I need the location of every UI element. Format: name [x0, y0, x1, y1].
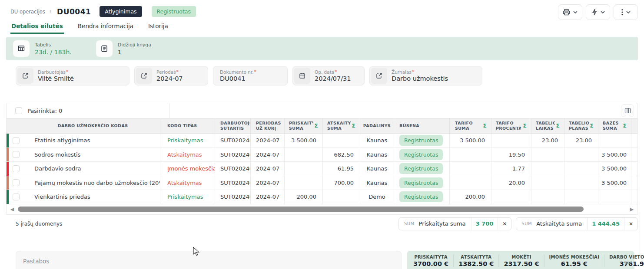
sum-sigma-icon[interactable]: Σ [523, 123, 531, 129]
zurnalas-field[interactable]: Žurnalas* Darbo užmokestis [369, 66, 482, 85]
row-status-badge: Registruotas [399, 177, 443, 188]
row-checkbox[interactable] [13, 137, 20, 144]
status-badge: Registruotas [152, 6, 196, 17]
select-all-checkbox[interactable] [15, 107, 22, 114]
actions-menu-button[interactable] [586, 4, 610, 20]
column-header-tariff_pct[interactable]: TARIFO PROCENTASΣ [491, 118, 531, 133]
column-header-label: PADALINYS [363, 123, 391, 128]
more-menu-button[interactable] [614, 4, 638, 20]
kebab-icon [621, 9, 623, 16]
tabelis-tile[interactable]: Tabelis 23d. / 183h. [13, 40, 72, 57]
cell-tariff_pct: 1.77 [491, 162, 531, 176]
dokumento-nr-field[interactable]: Dokumento nr.* DU0041 [213, 66, 288, 85]
tab-bendra-informacija[interactable]: Bendra informacija [77, 21, 134, 34]
row-checkbox[interactable] [13, 151, 20, 158]
chevron-down-icon [626, 11, 631, 13]
print-menu-button[interactable] [558, 4, 582, 20]
didzioji-knyga-tile[interactable]: Didžioji knyga 1 [96, 40, 151, 57]
sum-sigma-icon[interactable]: Σ [556, 123, 564, 129]
sum-sigma-icon[interactable]: Σ [483, 123, 491, 129]
field-value: Viltė Smiltė [38, 75, 74, 82]
column-header-label: PRISKAITYTA SUMA [289, 121, 313, 131]
field-label: Žurnalas* [392, 69, 448, 75]
table-row[interactable]: Darbdavio sodraĮmonės mokesčiaiSUT020240… [7, 162, 637, 176]
column-header-label: PERIODAS UŽ KURĮ [256, 121, 284, 131]
record-count: 5 įrašų duomenys [16, 221, 62, 227]
darbuotojas-field[interactable]: Darbuotojas* Viltė Smiltė [16, 66, 129, 85]
column-header-accrued[interactable]: PRISKAITYTA SUMAΣ [285, 118, 323, 133]
column-header-department[interactable]: PADALINYS [360, 118, 394, 133]
cell-type: Priskaitymas [160, 190, 215, 204]
column-header-contract[interactable]: DARBUOTOJO SUTARTIS [215, 118, 251, 133]
cell-accrued: 200.00 [285, 190, 323, 204]
table-row[interactable]: Sodros mokestisAtskaitymasSUT0202402024-… [7, 148, 637, 162]
sum-sigma-icon[interactable]: Σ [314, 123, 322, 129]
cell-period: 2024-07 [251, 176, 285, 190]
column-header-deducted[interactable]: ATSKAITYTA SUMAΣ [323, 118, 360, 133]
external-link-icon[interactable] [17, 68, 33, 84]
table-row[interactable]: Vienkartinis priedasPriskaitymasSUT02024… [7, 190, 637, 204]
column-settings-button[interactable] [621, 104, 634, 117]
cell-base_sum: 3 500.00 [598, 162, 631, 176]
column-header-status[interactable]: BŪSENA [394, 118, 450, 133]
column-header-timesheet_plan[interactable]: TABELIO PLANASΣ [564, 118, 598, 133]
close-icon[interactable]: ✕ [624, 218, 637, 230]
external-link-icon[interactable] [136, 68, 152, 84]
cell-base_sum [598, 190, 631, 204]
cell-deducted [323, 134, 360, 148]
tab-detalios-eilutes[interactable]: Detalios eilutės [10, 21, 64, 34]
tab-istorija[interactable]: Istorija [147, 21, 169, 34]
drag-handle-icon[interactable] [625, 259, 631, 267]
scrollbar-track[interactable] [18, 206, 626, 212]
row-checkbox[interactable] [13, 179, 20, 186]
row-checkbox[interactable] [13, 165, 20, 172]
cell-deducted: 700.00 [323, 176, 360, 190]
column-header-spacer[interactable] [631, 118, 638, 133]
calendar-icon[interactable] [294, 68, 310, 84]
sum-sigma-icon[interactable]: Σ [590, 123, 598, 129]
periodas-field[interactable]: Periodas* 2024-07 [134, 66, 208, 85]
pastabos-input[interactable] [16, 251, 402, 269]
op-data-field[interactable]: Op. data* 2024/07/31 [292, 66, 365, 85]
ledger-icon [96, 40, 113, 57]
cell-timesheet_plan [564, 190, 598, 204]
cell-timesheet_plan: 23.00 [564, 134, 598, 148]
cell-type: Įmonės mokesčiai [160, 162, 215, 176]
table-row[interactable]: Pajamų mokestis nuo darbo užmokesčio (20… [7, 176, 637, 190]
row-checkbox[interactable] [13, 194, 20, 200]
column-header-period[interactable]: PERIODAS UŽ KURĮ [251, 118, 285, 133]
total-priskaityta: PRISKAITYTA 3700.00 € [408, 255, 454, 267]
cell-period: 2024-07 [251, 190, 285, 204]
cell-base_sum: 3 500.00 [598, 176, 631, 190]
chevron-down-icon [601, 11, 605, 13]
table-row[interactable]: Etatinis atlyginimasPriskaitymasSUT02024… [7, 134, 637, 148]
cell-base_sum [598, 134, 631, 148]
column-header-base_sum[interactable]: BAZĖS SUMAΣ [598, 118, 631, 133]
column-header-label: ATSKAITYTA SUMA [327, 121, 351, 131]
grid-footer: 5 įrašų duomenys SUM Priskaityta suma 3 … [6, 217, 638, 230]
cell-tariff_pct: 20.00 [491, 176, 531, 190]
sum-value: 3 700 [471, 218, 498, 230]
sum-sigma-icon[interactable]: Σ [623, 123, 631, 129]
column-header-tariff_sum[interactable]: TARIFO SUMAΣ [450, 118, 491, 133]
external-link-icon[interactable] [371, 68, 387, 84]
cell-code: Pajamų mokestis nuo darbo užmokesčio (20… [26, 176, 160, 190]
scroll-right-icon[interactable]: ▶ [629, 207, 635, 212]
row-checkbox-cell [7, 190, 26, 204]
breadcrumb-section[interactable]: DU operacijos [10, 9, 45, 15]
column-header-code[interactable]: DARBO UŽMOKESČIO KODAS [26, 118, 160, 133]
chevron-down-icon [573, 11, 578, 13]
sum-sigma-icon[interactable]: Σ [352, 123, 360, 129]
cell-accrued: 3 500.00 [285, 134, 323, 148]
row-checkbox-cell [7, 148, 26, 162]
cell-tariff_pct: 19.50 [491, 148, 531, 162]
close-icon[interactable]: ✕ [498, 218, 511, 230]
column-header-timesheet_time[interactable]: TABELIO LAIKASΣ [531, 118, 564, 133]
scroll-left-icon[interactable]: ◀ [9, 207, 15, 212]
total-imones-mokesciai: ĮMONĖS MOKESČIAI 61.95 € [544, 255, 605, 267]
column-header-type[interactable]: KODO TIPAS [160, 118, 215, 133]
cell-deducted: 682.50 [323, 148, 360, 162]
row-status-badge: Registruotas [399, 191, 443, 202]
scrollbar-thumb[interactable] [18, 207, 584, 212]
cell-contract: SUT020240 [215, 148, 251, 162]
